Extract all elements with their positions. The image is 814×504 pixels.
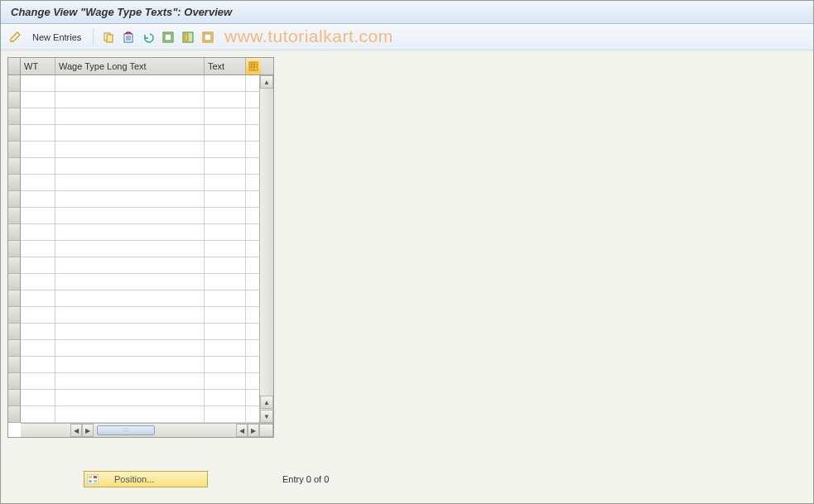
table-row[interactable]	[21, 75, 259, 92]
cell-long-text[interactable]	[55, 208, 205, 223]
row-header-cell[interactable]	[8, 406, 21, 423]
cell-long-text[interactable]	[55, 75, 205, 91]
scroll-up-button[interactable]: ▲	[260, 75, 273, 89]
vertical-scrollbar[interactable]: ▲ ▲ ▼	[259, 75, 273, 423]
new-entries-button[interactable]: New Entries	[27, 31, 86, 44]
cell-long-text[interactable]	[55, 108, 205, 124]
row-header-cell[interactable]	[8, 241, 21, 257]
column-header-long-text[interactable]: Wage Type Long Text	[55, 58, 205, 74]
scroll-left-button[interactable]: ◀	[70, 424, 82, 437]
cell-text[interactable]	[205, 241, 246, 257]
row-header-cell[interactable]	[8, 224, 21, 241]
cell-text[interactable]	[205, 175, 246, 190]
table-row[interactable]	[21, 224, 259, 241]
cell-wt[interactable]	[21, 373, 55, 389]
cell-text[interactable]	[205, 75, 246, 91]
cell-text[interactable]	[205, 158, 246, 174]
cell-text[interactable]	[205, 274, 246, 290]
row-header-cell[interactable]	[8, 125, 21, 142]
table-config-button[interactable]	[246, 58, 261, 74]
row-header-cell[interactable]	[8, 191, 21, 208]
cell-long-text[interactable]	[55, 92, 205, 108]
row-header-cell[interactable]	[8, 274, 21, 290]
cell-text[interactable]	[205, 108, 246, 124]
scroll-down-button[interactable]: ▲	[260, 396, 273, 409]
cell-text[interactable]	[205, 390, 246, 406]
scroll-down-button-2[interactable]: ▼	[260, 410, 273, 423]
table-row[interactable]	[21, 142, 259, 158]
cell-long-text[interactable]	[55, 307, 205, 323]
table-row[interactable]	[21, 191, 259, 208]
cell-long-text[interactable]	[55, 390, 205, 406]
column-header-text[interactable]: Text	[205, 58, 246, 74]
row-header-cell[interactable]	[8, 340, 21, 357]
cell-text[interactable]	[205, 142, 246, 157]
scroll-right-end-button[interactable]: ▶	[248, 424, 259, 437]
cell-text[interactable]	[205, 373, 246, 389]
cell-text[interactable]	[205, 125, 246, 141]
table-row[interactable]	[21, 257, 259, 274]
cell-long-text[interactable]	[55, 125, 205, 141]
table-row[interactable]	[21, 357, 259, 373]
select-all-icon[interactable]	[160, 29, 176, 46]
cell-long-text[interactable]	[55, 257, 205, 273]
cell-text[interactable]	[205, 357, 246, 372]
cell-text[interactable]	[205, 307, 246, 323]
cell-wt[interactable]	[21, 208, 55, 223]
table-row[interactable]	[21, 307, 259, 324]
column-header-wt[interactable]: WT	[21, 58, 55, 74]
row-header-cell[interactable]	[8, 307, 21, 324]
undo-icon[interactable]	[140, 29, 157, 46]
cell-wt[interactable]	[21, 108, 55, 124]
row-header-corner[interactable]	[8, 58, 21, 75]
cell-long-text[interactable]	[55, 142, 205, 157]
row-header-cell[interactable]	[8, 175, 21, 191]
cell-wt[interactable]	[21, 224, 55, 240]
row-header-cell[interactable]	[8, 75, 21, 92]
cell-text[interactable]	[205, 191, 246, 207]
row-header-cell[interactable]	[8, 324, 21, 340]
row-header-cell[interactable]	[8, 390, 21, 406]
cell-wt[interactable]	[21, 92, 55, 108]
table-row[interactable]	[21, 92, 259, 108]
cell-wt[interactable]	[21, 390, 55, 406]
cell-text[interactable]	[205, 406, 246, 422]
cell-text[interactable]	[205, 224, 246, 240]
cell-long-text[interactable]	[55, 340, 205, 356]
cell-wt[interactable]	[21, 340, 55, 356]
row-header-cell[interactable]	[8, 257, 21, 274]
hscroll-thumb[interactable]: :::	[97, 425, 155, 435]
cell-wt[interactable]	[21, 75, 55, 91]
cell-wt[interactable]	[21, 191, 55, 207]
toggle-edit-icon[interactable]	[7, 29, 24, 46]
cell-text[interactable]	[205, 257, 246, 273]
cell-wt[interactable]	[21, 142, 55, 157]
cell-wt[interactable]	[21, 175, 55, 190]
row-header-cell[interactable]	[8, 92, 21, 108]
cell-long-text[interactable]	[55, 158, 205, 174]
cell-long-text[interactable]	[55, 324, 205, 339]
cell-wt[interactable]	[21, 406, 55, 422]
cell-wt[interactable]	[21, 290, 55, 306]
cell-long-text[interactable]	[55, 357, 205, 372]
table-row[interactable]	[21, 274, 259, 290]
row-header-cell[interactable]	[8, 373, 21, 390]
horizontal-scrollbar[interactable]: ◀ ▶ ::: ◀ ▶	[21, 423, 273, 437]
table-row[interactable]	[21, 125, 259, 142]
cell-wt[interactable]	[21, 274, 55, 290]
cell-wt[interactable]	[21, 307, 55, 323]
table-row[interactable]	[21, 373, 259, 390]
scroll-left-end-button[interactable]: ◀	[236, 424, 248, 437]
cell-wt[interactable]	[21, 241, 55, 257]
cell-long-text[interactable]	[55, 191, 205, 207]
cell-long-text[interactable]	[55, 406, 205, 422]
cell-text[interactable]	[205, 208, 246, 223]
cell-long-text[interactable]	[55, 274, 205, 290]
select-block-icon[interactable]	[180, 29, 196, 46]
cell-wt[interactable]	[21, 158, 55, 174]
row-header-cell[interactable]	[8, 142, 21, 158]
row-header-cell[interactable]	[8, 208, 21, 224]
cell-wt[interactable]	[21, 257, 55, 273]
cell-text[interactable]	[205, 92, 246, 108]
table-row[interactable]	[21, 158, 259, 175]
